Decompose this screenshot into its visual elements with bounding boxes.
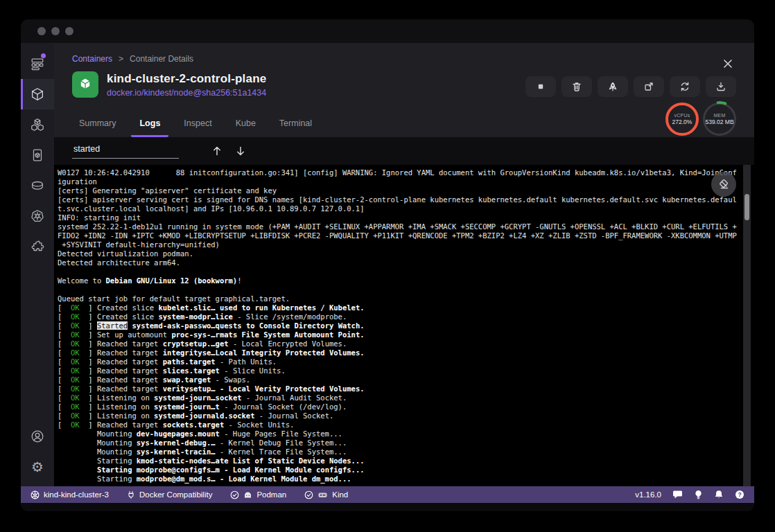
sidebar-item-extensions[interactable] <box>21 231 54 262</box>
log-scrollbar-thumb[interactable] <box>744 194 749 220</box>
sidebar-item-dashboard[interactable] <box>21 48 54 79</box>
kubernetes-icon <box>30 209 45 224</box>
tab-inspect[interactable]: Inspect <box>175 112 220 137</box>
tab-kube[interactable]: Kube <box>227 112 264 137</box>
tab-summary[interactable]: Summary <box>71 112 124 137</box>
screen: ⚙ Containers > Container Details <box>0 0 775 532</box>
status-kube-context[interactable]: kind-kind-cluster-3 <box>31 490 109 499</box>
traffic-light-minimize[interactable] <box>51 27 60 35</box>
status-docker-compatibility[interactable]: Docker Compatibility <box>127 490 212 499</box>
window-bottom-edge <box>21 503 754 511</box>
arrow-down-icon <box>236 145 245 157</box>
restart-button[interactable] <box>670 76 700 97</box>
restart-icon <box>679 81 690 92</box>
breadcrumb-separator: > <box>119 54 123 64</box>
sidebar-item-pods[interactable] <box>21 109 54 140</box>
tab-logs[interactable]: Logs <box>131 112 168 137</box>
images-icon <box>30 148 45 163</box>
cpu-gauge: vCPUs 272.0% <box>665 103 699 136</box>
breadcrumb-containers-link[interactable]: Containers <box>72 54 112 64</box>
export-button[interactable] <box>706 76 736 97</box>
status-podman[interactable]: Podman <box>230 490 286 499</box>
plug-icon <box>127 490 135 499</box>
app-window: ⚙ Containers > Container Details <box>21 19 754 511</box>
containers-icon <box>30 87 45 102</box>
container-details-header: Containers > Container Details <box>54 43 754 137</box>
memory-gauge: MEM 539.02 MB <box>703 103 736 136</box>
detail-tabs: Summary Logs Inspect Kube Terminal <box>71 112 320 137</box>
bell-icon <box>714 490 724 499</box>
sidebar: ⚙ <box>21 43 54 486</box>
delete-icon <box>571 81 582 92</box>
status-kind-label: Kind <box>332 490 348 499</box>
volumes-icon <box>30 178 45 193</box>
log-search-bar <box>54 137 754 165</box>
sidebar-item-kubernetes[interactable] <box>21 201 54 231</box>
rocket-deploy-icon <box>607 81 618 92</box>
sidebar-item-account[interactable] <box>21 421 54 452</box>
resource-gauges: vCPUs 272.0% MEM 539.02 MB <box>665 103 736 136</box>
notifications-button[interactable] <box>714 490 724 499</box>
tips-button[interactable] <box>694 490 703 499</box>
dashboard-icon <box>30 56 45 71</box>
container-cube-icon <box>76 76 94 94</box>
find-previous-button[interactable] <box>211 144 223 158</box>
container-status-icon <box>72 71 98 98</box>
stop-icon <box>535 81 546 92</box>
delete-button[interactable] <box>561 76 592 97</box>
feedback-button[interactable] <box>672 490 683 499</box>
status-docker-compatibility-label: Docker Compatibility <box>139 490 212 499</box>
sidebar-item-images[interactable] <box>21 140 54 170</box>
settings-gear-icon: ⚙ <box>31 460 44 474</box>
container-image-name: docker.io/kindest/node@sha256:51a1434 <box>107 88 266 98</box>
cpu-gauge-label: vCPUs <box>674 113 690 118</box>
deploy-button[interactable] <box>598 76 628 97</box>
status-kind[interactable]: Kind <box>304 490 348 499</box>
sidebar-item-containers[interactable] <box>21 79 54 109</box>
export-icon <box>715 81 726 92</box>
clear-logs-button[interactable] <box>711 172 736 197</box>
open-external-button[interactable] <box>634 76 664 97</box>
kubernetes-context-icon <box>31 490 40 499</box>
extensions-icon <box>30 239 45 254</box>
pods-icon <box>30 117 45 132</box>
tab-terminal[interactable]: Terminal <box>271 112 320 137</box>
page-title: kind-cluster-2-control-plane <box>107 72 266 86</box>
chat-icon <box>672 490 683 499</box>
breadcrumb-current: Container Details <box>130 54 193 64</box>
close-icon <box>723 59 733 69</box>
find-next-button[interactable] <box>234 144 247 158</box>
app-version: v1.16.0 <box>635 490 661 499</box>
traffic-light-zoom[interactable] <box>65 27 73 35</box>
eraser-icon <box>717 178 730 190</box>
titlebar <box>21 19 754 43</box>
log-scrollbar-track[interactable] <box>743 165 751 486</box>
svg-text:?: ? <box>738 491 741 498</box>
status-podman-label: Podman <box>256 490 286 499</box>
help-button[interactable]: ? <box>735 490 744 499</box>
check-circle-icon <box>230 490 239 499</box>
container-actions <box>525 76 736 97</box>
close-details-button[interactable] <box>721 57 735 71</box>
log-search-input[interactable] <box>72 144 179 159</box>
update-badge <box>41 53 46 58</box>
open-external-icon <box>643 81 654 92</box>
sidebar-item-settings[interactable]: ⚙ <box>21 452 54 482</box>
log-viewer: W0127 10:26:42.042910 88 initconfigurati… <box>54 165 754 486</box>
breadcrumb: Containers > Container Details <box>72 54 754 64</box>
help-icon: ? <box>735 490 744 499</box>
podman-icon <box>243 490 252 499</box>
traffic-light-close[interactable] <box>37 27 46 35</box>
sidebar-item-volumes[interactable] <box>21 170 54 201</box>
stop-button[interactable] <box>525 76 556 97</box>
memory-gauge-arc <box>700 100 739 139</box>
statusbar: kind-kind-cluster-3 Docker Compatibility <box>21 486 754 503</box>
account-icon <box>30 429 45 444</box>
check-circle-icon <box>304 490 313 499</box>
log-content: W0127 10:26:42.042910 88 initconfigurati… <box>58 168 740 484</box>
kind-icon <box>317 490 328 499</box>
status-kube-context-label: kind-kind-cluster-3 <box>44 490 109 499</box>
lightbulb-icon <box>694 490 703 499</box>
cpu-gauge-value: 272.0% <box>672 118 693 125</box>
arrow-up-icon <box>212 145 222 157</box>
